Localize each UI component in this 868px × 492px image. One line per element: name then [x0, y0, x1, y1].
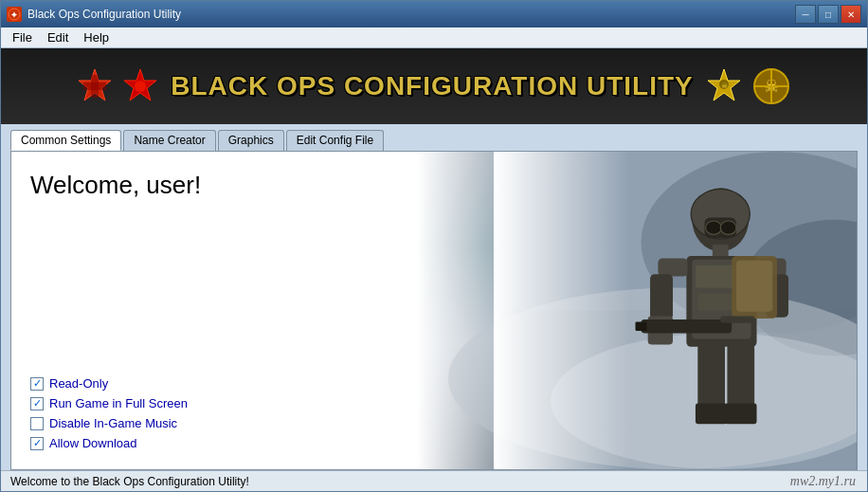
soldier-silhouette: [417, 152, 857, 469]
checkbox-readonly-label: Read-Only: [49, 376, 108, 391]
checkbox-disable-music-label: Disable In-Game Music: [49, 416, 177, 430]
header-banner: Black Ops Configuration Utility ☠ ☠: [1, 48, 867, 124]
banner-left-emblems: [76, 67, 159, 105]
tab-graphics[interactable]: Graphics: [218, 130, 284, 151]
app-window: ✦ Black Ops Configuration Utility ─ □ ✕ …: [0, 0, 868, 492]
app-icon: ✦: [7, 7, 22, 22]
checkbox-fullscreen-label: Run Game in Full Screen: [49, 396, 188, 410]
emblem-right-1-icon: ☠: [705, 67, 743, 105]
watermark: mw2.my1.ru: [790, 474, 856, 489]
svg-point-24: [720, 221, 736, 234]
svg-rect-39: [720, 316, 754, 322]
svg-rect-36: [736, 261, 772, 312]
svg-rect-38: [636, 321, 647, 331]
window-controls: ─ □ ✕: [795, 5, 861, 24]
checkbox-readonly-input[interactable]: [30, 377, 44, 391]
checkbox-allow-download-input[interactable]: [30, 437, 44, 450]
svg-point-23: [706, 221, 722, 234]
svg-rect-41: [728, 344, 755, 412]
svg-rect-4: [83, 82, 106, 90]
menu-edit[interactable]: Edit: [40, 28, 76, 46]
tab-name-creator[interactable]: Name Creator: [123, 130, 215, 151]
status-message: Welcome to the Black Ops Configuration U…: [10, 475, 249, 488]
svg-rect-40: [698, 344, 726, 412]
checkbox-disable-music-input[interactable]: [30, 417, 44, 430]
menu-help[interactable]: Help: [76, 28, 117, 46]
svg-text:✦: ✦: [10, 10, 18, 20]
window-title: Black Ops Configuration Utility: [27, 8, 795, 21]
checkbox-allow-download-label: Allow Download: [49, 436, 137, 450]
content-inner: Welcome, user! Read-Only Run Game in Ful…: [11, 152, 857, 469]
emblem-right-2-icon: ☠: [750, 67, 792, 105]
svg-rect-37: [642, 319, 732, 333]
background-soldier-image: [417, 152, 857, 469]
title-bar: ✦ Black Ops Configuration Utility ─ □ ✕: [1, 1, 867, 27]
emblem-left-1-icon: [76, 67, 114, 105]
emblem-left-2-icon: [121, 67, 159, 105]
svg-rect-44: [494, 152, 630, 469]
tab-bar: Common Settings Name Creator Graphics Ed…: [1, 124, 867, 151]
svg-rect-43: [725, 404, 757, 425]
content-panel: Welcome, user! Read-Only Run Game in Ful…: [10, 151, 858, 470]
maximize-button[interactable]: □: [818, 5, 839, 24]
minimize-button[interactable]: ─: [795, 5, 816, 24]
close-button[interactable]: ✕: [841, 5, 861, 24]
tab-edit-config-file[interactable]: Edit Config File: [286, 130, 384, 151]
svg-rect-42: [696, 404, 728, 425]
svg-rect-31: [650, 274, 673, 319]
status-bar: Welcome to the Black Ops Configuration U…: [1, 470, 867, 491]
checkbox-fullscreen-input[interactable]: [30, 397, 44, 410]
svg-text:☠: ☠: [720, 82, 727, 90]
tab-common-settings[interactable]: Common Settings: [10, 130, 121, 151]
content-area: Welcome, user! Read-Only Run Game in Ful…: [1, 151, 867, 470]
menu-bar: File Edit Help: [1, 27, 867, 48]
svg-point-6: [135, 81, 146, 92]
banner-right-emblems: ☠ ☠: [705, 67, 792, 105]
menu-file[interactable]: File: [5, 28, 40, 46]
svg-rect-30: [659, 258, 688, 276]
banner-title: Black Ops Configuration Utility: [171, 71, 694, 101]
